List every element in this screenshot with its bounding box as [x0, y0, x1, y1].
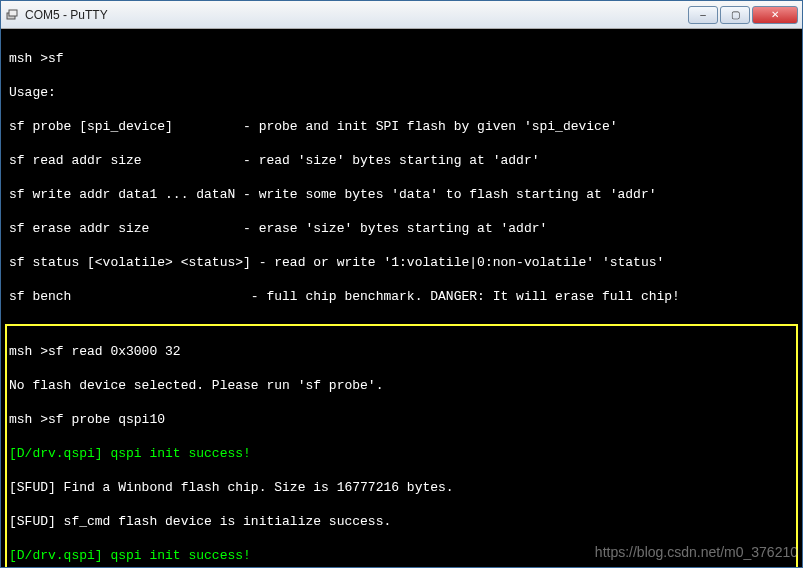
terminal-line: sf erase addr size - erase 'size' bytes … — [9, 220, 794, 237]
terminal-line: [SFUD] Find a Winbond flash chip. Size i… — [9, 479, 794, 496]
terminal-line: sf read addr size - read 'size' bytes st… — [9, 152, 794, 169]
highlighted-block: msh >sf read 0x3000 32 No flash device s… — [5, 324, 798, 567]
window-controls: – ▢ ✕ — [686, 6, 798, 24]
terminal-line: msh >sf — [9, 50, 794, 67]
terminal-line: [D/drv.qspi] qspi init success! — [9, 445, 794, 462]
terminal-line: sf probe [spi_device] - probe and init S… — [9, 118, 794, 135]
terminal[interactable]: msh >sf Usage: sf probe [spi_device] - p… — [1, 29, 802, 567]
terminal-line: [SFUD] sf_cmd flash device is initialize… — [9, 513, 794, 530]
terminal-line: Usage: — [9, 84, 794, 101]
terminal-line: msh >sf read 0x3000 32 — [9, 343, 794, 360]
terminal-line: [D/drv.qspi] qspi init success! — [9, 547, 794, 564]
terminal-line: sf status [<volatile> <status>] - read o… — [9, 254, 794, 271]
putty-icon — [5, 7, 21, 23]
terminal-line: sf bench - full chip benchmark. DANGER: … — [9, 288, 794, 305]
minimize-button[interactable]: – — [688, 6, 718, 24]
terminal-line: msh >sf probe qspi10 — [9, 411, 794, 428]
close-button[interactable]: ✕ — [752, 6, 798, 24]
window-title: COM5 - PuTTY — [25, 8, 686, 22]
maximize-button[interactable]: ▢ — [720, 6, 750, 24]
terminal-line: sf write addr data1 ... dataN - write so… — [9, 186, 794, 203]
window-frame: COM5 - PuTTY – ▢ ✕ msh >sf Usage: sf pro… — [0, 0, 803, 568]
titlebar[interactable]: COM5 - PuTTY – ▢ ✕ — [1, 1, 802, 29]
svg-rect-1 — [9, 10, 17, 16]
terminal-line: No flash device selected. Please run 'sf… — [9, 377, 794, 394]
